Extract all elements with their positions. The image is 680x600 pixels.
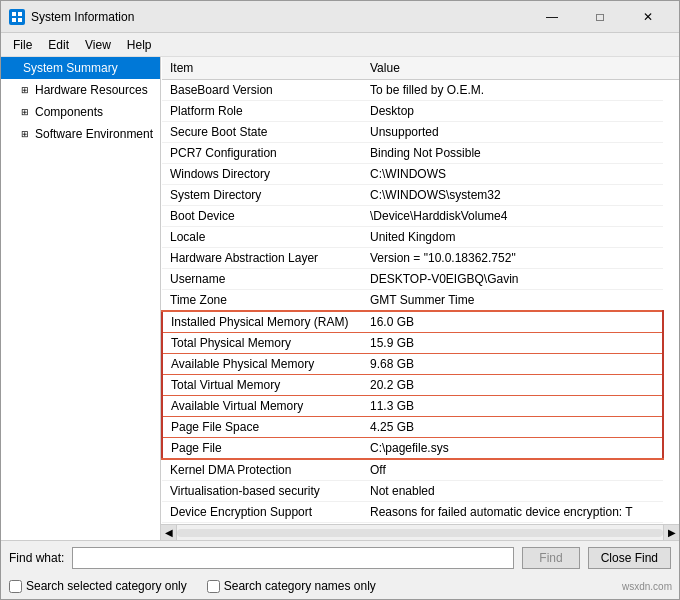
table-cell-value: 11.3 GB (362, 396, 663, 417)
menu-help[interactable]: Help (119, 36, 160, 54)
table-cell-item: Time Zone (162, 290, 362, 312)
table-cell-item: Locale (162, 227, 362, 248)
sidebar-item-system-summary[interactable]: System Summary (1, 57, 160, 79)
table-cell-value: Version = "10.0.18362.752" (362, 248, 663, 269)
table-cell-item: Boot Device (162, 206, 362, 227)
table-cell-value: 16.0 GB (362, 311, 663, 333)
table-cell-item: Device Encryption Support (162, 502, 362, 523)
menu-file[interactable]: File (5, 36, 40, 54)
table-cell-value: Off (362, 459, 663, 481)
sidebar-item-software-environment[interactable]: ⊞ Software Environment (1, 123, 160, 145)
maximize-button[interactable]: □ (577, 4, 623, 30)
table-cell-value: Desktop (362, 101, 663, 122)
table-row: Virtualisation-based securityNot enabled (162, 481, 679, 502)
svg-rect-0 (12, 12, 16, 16)
menu-edit[interactable]: Edit (40, 36, 77, 54)
sidebar-item-components[interactable]: ⊞ Components (1, 101, 160, 123)
table-row: PCR7 ConfigurationBinding Not Possible (162, 143, 679, 164)
expand-icon: ⊞ (17, 82, 33, 98)
col-header-value: Value (362, 57, 663, 80)
table-row: LocaleUnited Kingdom (162, 227, 679, 248)
table-row: Kernel DMA ProtectionOff (162, 459, 679, 481)
find-input[interactable] (72, 547, 514, 569)
table-cell-value: 15.9 GB (362, 333, 663, 354)
main-content: System Summary ⊞ Hardware Resources ⊞ Co… (1, 57, 679, 540)
svg-rect-3 (18, 18, 22, 22)
col-header-item: Item (162, 57, 362, 80)
table-cell-item: BaseBoard Version (162, 80, 362, 101)
table-row: Secure Boot StateUnsupported (162, 122, 679, 143)
table-cell-item: Installed Physical Memory (RAM) (162, 311, 362, 333)
table-cell-value: Reasons for failed automatic device encr… (362, 502, 663, 523)
table-cell-item: Platform Role (162, 101, 362, 122)
window-title: System Information (31, 10, 529, 24)
scroll-left-btn[interactable]: ◀ (161, 525, 177, 541)
table-cell-item: Secure Boot State (162, 122, 362, 143)
table-cell-item: Virtualisation-based security (162, 481, 362, 502)
find-button[interactable]: Find (522, 547, 579, 569)
table-cell-item: Hardware Abstraction Layer (162, 248, 362, 269)
title-bar: System Information — □ ✕ (1, 1, 679, 33)
table-row: Boot Device\Device\HarddiskVolume4 (162, 206, 679, 227)
scroll-track[interactable] (177, 529, 663, 537)
table-row: Installed Physical Memory (RAM)16.0 GB (162, 311, 679, 333)
table-cell-item: Available Physical Memory (162, 354, 362, 375)
find-bar: Find what: Find Close Find (1, 541, 679, 575)
table-row: Platform RoleDesktop (162, 101, 679, 122)
table-cell-item: Username (162, 269, 362, 290)
main-window: System Information — □ ✕ File Edit View … (0, 0, 680, 600)
table-row: Available Virtual Memory11.3 GB (162, 396, 679, 417)
table-cell-item: System Directory (162, 185, 362, 206)
table-row: Total Physical Memory15.9 GB (162, 333, 679, 354)
table-cell-value: \Device\HarddiskVolume4 (362, 206, 663, 227)
table-row: Page File Space4.25 GB (162, 417, 679, 438)
close-find-button[interactable]: Close Find (588, 547, 671, 569)
find-label: Find what: (9, 551, 64, 565)
scroll-right-btn[interactable]: ▶ (663, 525, 679, 541)
horizontal-scrollbar[interactable]: ◀ ▶ (161, 524, 679, 540)
close-button[interactable]: ✕ (625, 4, 671, 30)
expand-icon: ⊞ (17, 104, 33, 120)
table-cell-item: Kernel DMA Protection (162, 459, 362, 481)
table-row: Device Encryption SupportReasons for fai… (162, 502, 679, 523)
table-row: UsernameDESKTOP-V0EIGBQ\Gavin (162, 269, 679, 290)
table-row: Page FileC:\pagefile.sys (162, 438, 679, 460)
table-cell-item: Page File Space (162, 417, 362, 438)
expand-icon (5, 60, 21, 76)
table-row: Windows DirectoryC:\WINDOWS (162, 164, 679, 185)
table-cell-item: Total Virtual Memory (162, 375, 362, 396)
svg-rect-2 (12, 18, 16, 22)
table-cell-value: GMT Summer Time (362, 290, 663, 312)
data-table[interactable]: Item Value BaseBoard VersionTo be filled… (161, 57, 679, 524)
search-selected-checkbox[interactable] (9, 580, 22, 593)
table-cell-value: C:\WINDOWS\system32 (362, 185, 663, 206)
sidebar-item-label: Components (35, 105, 103, 119)
search-selected-text: Search selected category only (26, 579, 187, 593)
table-row: Total Virtual Memory20.2 GB (162, 375, 679, 396)
sidebar-item-label: Hardware Resources (35, 83, 148, 97)
table-cell-value: 20.2 GB (362, 375, 663, 396)
search-selected-label[interactable]: Search selected category only (9, 579, 187, 593)
menu-view[interactable]: View (77, 36, 119, 54)
menu-bar: File Edit View Help (1, 33, 679, 57)
table-cell-value: 4.25 GB (362, 417, 663, 438)
expand-icon: ⊞ (17, 126, 33, 142)
table-cell-value: Binding Not Possible (362, 143, 663, 164)
table-cell-value: Unsupported (362, 122, 663, 143)
table-cell-item: Available Virtual Memory (162, 396, 362, 417)
sidebar-item-label: System Summary (23, 61, 118, 75)
table-cell-value: C:\WINDOWS (362, 164, 663, 185)
minimize-button[interactable]: — (529, 4, 575, 30)
search-names-label[interactable]: Search category names only (207, 579, 376, 593)
table-cell-item: Total Physical Memory (162, 333, 362, 354)
search-names-checkbox[interactable] (207, 580, 220, 593)
table-row: BaseBoard VersionTo be filled by O.E.M. (162, 80, 679, 101)
sidebar: System Summary ⊞ Hardware Resources ⊞ Co… (1, 57, 161, 540)
table-cell-item: Windows Directory (162, 164, 362, 185)
table-row: Available Physical Memory9.68 GB (162, 354, 679, 375)
window-controls: — □ ✕ (529, 4, 671, 30)
right-panel: Item Value BaseBoard VersionTo be filled… (161, 57, 679, 540)
sidebar-item-hardware-resources[interactable]: ⊞ Hardware Resources (1, 79, 160, 101)
table-cell-value: To be filled by O.E.M. (362, 80, 663, 101)
table-cell-value: United Kingdom (362, 227, 663, 248)
